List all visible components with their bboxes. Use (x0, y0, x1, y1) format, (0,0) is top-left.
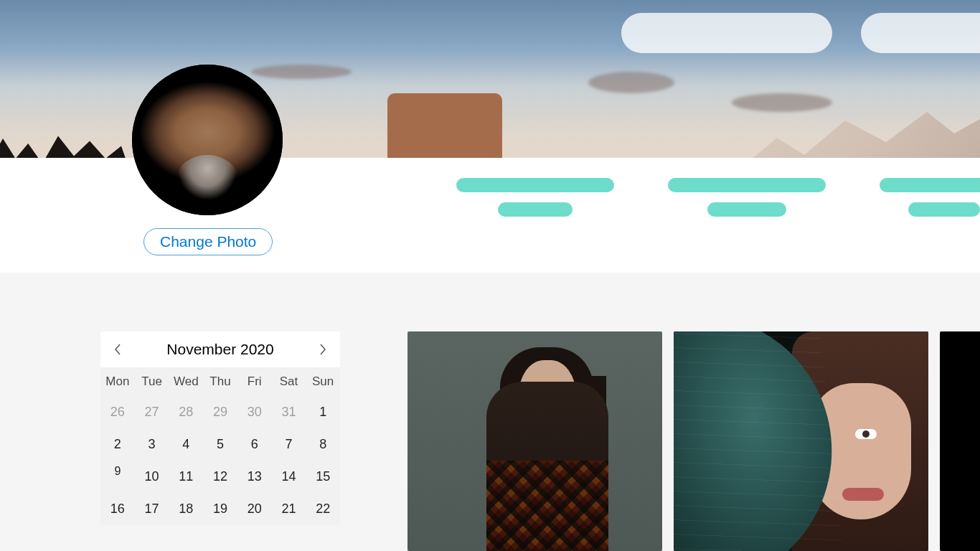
calendar-dow: Tue (135, 367, 169, 396)
calendar: November 2020 MonTueWedThuFriSatSun26272… (100, 331, 340, 525)
calendar-day[interactable]: 28 (169, 396, 203, 428)
calendar-day[interactable]: 4 (169, 428, 203, 461)
header-placeholder-pills (621, 13, 980, 53)
calendar-next-button[interactable] (316, 342, 330, 357)
stat-placeholder-2 (668, 178, 826, 217)
stats-placeholder-row (456, 178, 980, 217)
avatar[interactable] (132, 65, 283, 215)
calendar-day[interactable]: 7 (272, 428, 306, 461)
photo-card-1[interactable] (407, 331, 662, 551)
calendar-day[interactable]: 20 (237, 493, 272, 525)
stat-placeholder-3 (880, 178, 980, 217)
calendar-dow: Sat (272, 367, 306, 396)
calendar-day[interactable]: 11 (169, 461, 203, 493)
calendar-day[interactable]: 1 (306, 396, 340, 428)
calendar-day[interactable]: 14 (272, 461, 306, 493)
calendar-grid: MonTueWedThuFriSatSun2627282930311234567… (100, 367, 340, 525)
calendar-day[interactable]: 16 (100, 493, 135, 525)
calendar-day[interactable]: 19 (203, 493, 237, 525)
calendar-dow: Sun (306, 367, 340, 396)
profile-bar: Change Photo (0, 158, 980, 273)
calendar-prev-button[interactable] (110, 342, 125, 357)
calendar-month-label: November 2020 (166, 341, 273, 358)
calendar-day[interactable]: 17 (135, 493, 169, 525)
calendar-day[interactable]: 5 (203, 428, 237, 461)
calendar-day[interactable]: 8 (306, 428, 340, 461)
calendar-dow: Wed (169, 367, 203, 396)
photo-card-2[interactable] (674, 331, 928, 551)
calendar-day[interactable]: 18 (169, 493, 203, 525)
calendar-day[interactable]: 26 (100, 396, 135, 428)
calendar-day[interactable]: 31 (272, 396, 306, 428)
calendar-day[interactable]: 27 (135, 396, 169, 428)
stat-placeholder-1 (456, 178, 614, 217)
calendar-day[interactable]: 22 (306, 493, 340, 525)
calendar-dow: Thu (203, 367, 237, 396)
calendar-dow: Mon (100, 367, 135, 396)
photo-row (407, 331, 980, 551)
calendar-day[interactable]: 3 (135, 428, 169, 461)
calendar-day[interactable]: 13 (237, 461, 272, 493)
calendar-day[interactable]: 9 (100, 461, 135, 493)
photo-card-3[interactable] (940, 331, 980, 551)
header-pill-2 (861, 13, 980, 53)
calendar-day[interactable]: 15 (306, 461, 340, 493)
content-area: November 2020 MonTueWedThuFriSatSun26272… (0, 273, 980, 551)
header-pill-1 (621, 13, 832, 53)
calendar-day[interactable]: 6 (237, 428, 272, 461)
calendar-day[interactable]: 2 (100, 428, 135, 461)
calendar-dow: Fri (237, 367, 272, 396)
change-photo-button[interactable]: Change Photo (143, 228, 273, 255)
calendar-day[interactable]: 21 (272, 493, 306, 525)
chevron-left-icon (114, 344, 121, 355)
calendar-day[interactable]: 30 (237, 396, 272, 428)
calendar-day[interactable]: 12 (203, 461, 237, 493)
hero-foreground-box (387, 93, 502, 158)
calendar-day[interactable]: 10 (135, 461, 169, 493)
chevron-right-icon (319, 344, 326, 355)
calendar-header: November 2020 (100, 331, 340, 367)
calendar-day[interactable]: 29 (203, 396, 237, 428)
